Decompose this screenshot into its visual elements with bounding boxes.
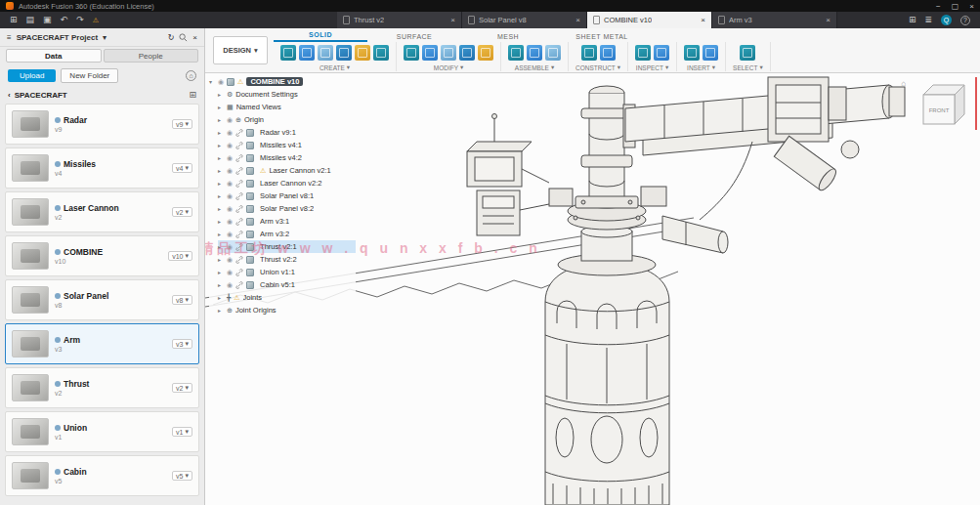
ribbon-group-label[interactable]: ASSEMBLE▾	[515, 63, 554, 71]
document-tab[interactable]: Arm v3 ×	[712, 12, 837, 28]
layout-grid-icon[interactable]: ⊞	[909, 16, 916, 24]
visibility-eye-icon[interactable]: ◉	[227, 231, 233, 238]
tab-close-icon[interactable]: ×	[826, 16, 831, 24]
save-icon[interactable]: ▣	[43, 16, 52, 24]
document-tab[interactable]: Solar Panel v8 ×	[462, 12, 587, 28]
browser-tree-row[interactable]: ▸ ◉ ▦ ⚠ Named Views	[218, 101, 356, 113]
ribbon-group-label[interactable]: CONSTRUCT▾	[575, 63, 620, 71]
item-version-dropdown[interactable]: v9 ▾	[172, 119, 192, 129]
browser-tree-row[interactable]: ▸ ◉ ⚠ Missiles v4:2	[218, 151, 356, 164]
data-panel-tab[interactable]: Data	[6, 49, 102, 63]
project-item[interactable]: Radar v9 v9 ▾	[5, 104, 199, 145]
sweep-icon[interactable]	[336, 45, 352, 61]
visibility-eye-icon[interactable]: ◉	[227, 205, 233, 213]
ribbon-tab[interactable]: SURFACE	[367, 33, 461, 42]
project-item[interactable]: Missiles v4 v4 ▾	[5, 147, 199, 189]
browser-tree-row[interactable]: ▸ ◉ ╋ ⚠ Joints	[218, 291, 356, 304]
ribbon-group-label[interactable]: MODIFY▾	[434, 63, 464, 71]
document-tab[interactable]: COMBINE v10 ×	[587, 12, 712, 28]
search-icon[interactable]	[179, 33, 188, 42]
shell-icon[interactable]	[441, 45, 456, 61]
3d-viewport[interactable]: ▾ ◉ ⚠ COMBINE v10 ▸ ◉	[205, 73, 980, 505]
browser-tree-row[interactable]: ▸ ◉ ⚠ Arm v3:2	[218, 228, 356, 240]
expand-arrow-icon[interactable]: ▸	[218, 307, 224, 314]
decal-icon[interactable]	[703, 45, 718, 61]
revolve-icon[interactable]	[318, 45, 333, 61]
item-version-dropdown[interactable]: v2 ▾	[172, 207, 192, 217]
visibility-eye-icon[interactable]: ◉	[218, 78, 224, 86]
expand-arrow-icon[interactable]: ▸	[218, 294, 224, 301]
notification-warning-icon[interactable]: ⚠	[93, 17, 99, 23]
project-item[interactable]: Arm v3 v3 ▾	[5, 323, 199, 364]
data-panel-tab[interactable]: People	[104, 49, 199, 63]
browser-tree-row[interactable]: ▸ ◉ ⊕ ⚠ Joint Origins	[218, 304, 356, 316]
press-pull-icon[interactable]	[404, 45, 419, 61]
item-version-dropdown[interactable]: v8 ▾	[172, 295, 192, 305]
expand-arrow-icon[interactable]: ▸	[218, 154, 224, 161]
project-item[interactable]: COMBINE v10 v10 ▾	[5, 235, 199, 276]
browser-tree-row[interactable]: ▸ ◉ ⊕ ⚠ Origin	[218, 113, 356, 126]
visibility-eye-icon[interactable]: ◉	[227, 167, 233, 175]
browser-tree-row[interactable]: ▸ ◉ ⚠ Union v1:1	[218, 266, 356, 278]
document-tab[interactable]: Thrust v2 ×	[337, 12, 462, 28]
expand-arrow-icon[interactable]: ▸	[218, 281, 224, 288]
equipment-boxes[interactable]	[467, 114, 549, 236]
project-selector[interactable]: SPACECRAFT Project	[17, 33, 98, 42]
collapse-arrow-icon[interactable]: ▾	[209, 78, 215, 85]
browser-tree-row[interactable]: ▸ ◉ ⚠ Arm v3:1	[218, 215, 356, 228]
visibility-eye-icon[interactable]: ◉	[227, 180, 233, 188]
browser-tree-row[interactable]: ▸ ◉ ⚠ Laser Cannon v2:1	[218, 164, 356, 177]
extrude-icon[interactable]	[299, 45, 315, 61]
ribbon-group-label[interactable]: INSERT▾	[687, 63, 715, 71]
expand-arrow-icon[interactable]: ▸	[218, 129, 224, 136]
select-icon[interactable]	[740, 45, 755, 61]
ribbon-group-label[interactable]: CREATE▾	[320, 63, 350, 71]
redo-icon[interactable]: ↷	[76, 16, 84, 24]
back-icon[interactable]: ‹	[8, 91, 11, 100]
browser-root-row[interactable]: ▾ ◉ ⚠ COMBINE v10	[209, 75, 356, 88]
tab-close-icon[interactable]: ×	[575, 16, 580, 24]
expand-arrow-icon[interactable]: ▸	[218, 167, 224, 174]
upload-button[interactable]: Upload	[8, 69, 56, 82]
file-menu-icon[interactable]: ▤	[26, 16, 35, 24]
measure-icon[interactable]	[635, 45, 651, 61]
expand-arrow-icon[interactable]: ▸	[218, 269, 224, 275]
visibility-eye-icon[interactable]: ◉	[227, 154, 233, 162]
ribbon-tab[interactable]: SOLID	[274, 31, 367, 42]
combine-icon[interactable]	[459, 45, 475, 61]
item-version-dropdown[interactable]: v10 ▾	[168, 251, 192, 261]
visibility-eye-icon[interactable]: ◉	[227, 269, 233, 276]
visibility-eye-icon[interactable]: ◉	[227, 129, 233, 137]
item-version-dropdown[interactable]: v3 ▾	[172, 339, 192, 349]
visibility-eye-icon[interactable]: ◉	[227, 142, 233, 149]
item-version-dropdown[interactable]: v5 ▾	[172, 471, 192, 481]
browser-tree-row[interactable]: ▸ ◉ ⚠ Solar Panel v8:2	[218, 202, 356, 215]
align-icon[interactable]	[478, 45, 493, 61]
item-version-dropdown[interactable]: v1 ▾	[172, 427, 192, 437]
expand-arrow-icon[interactable]: ▸	[218, 205, 224, 212]
hamburger-menu-icon[interactable]: ≡	[7, 33, 12, 42]
new-joint-icon[interactable]	[508, 45, 524, 61]
close-panel-icon[interactable]: ×	[192, 33, 197, 42]
view-home-icon[interactable]: ⌂	[901, 79, 906, 88]
workspace-dropdown[interactable]: DESIGN ▾	[213, 36, 268, 64]
project-item[interactable]: Cabin v5 v5 ▾	[5, 455, 199, 496]
new-component-icon[interactable]	[280, 45, 296, 61]
fillet-icon[interactable]	[422, 45, 438, 61]
browser-tree-row[interactable]: ▸ ◉ ⚠ Radar v9:1	[218, 126, 356, 139]
ribbon-group-label[interactable]: INSPECT▾	[636, 63, 668, 71]
visibility-eye-icon[interactable]: ◉	[227, 192, 233, 200]
expand-arrow-icon[interactable]: ▸	[218, 104, 224, 110]
axis-icon[interactable]	[600, 45, 616, 61]
help-icon[interactable]: ?	[960, 16, 970, 25]
item-version-dropdown[interactable]: v4 ▾	[172, 163, 192, 173]
data-panel-toggle-icon[interactable]: ⊞	[10, 16, 18, 24]
user-avatar[interactable]: Q	[941, 15, 952, 25]
visibility-eye-icon[interactable]: ◉	[227, 281, 233, 289]
browser-tree-row[interactable]: ▸ ◉ ⚠ Laser Cannon v2:2	[218, 177, 356, 189]
project-item[interactable]: Solar Panel v8 v8 ▾	[5, 279, 199, 320]
ribbon-group-label[interactable]: SELECT▾	[733, 63, 763, 71]
browser-tree-row[interactable]: ▸ ◉ ⚙ ⚠ Document Settings	[218, 88, 356, 101]
tab-close-icon[interactable]: ×	[450, 16, 455, 24]
item-version-dropdown[interactable]: v2 ▾	[172, 383, 192, 393]
